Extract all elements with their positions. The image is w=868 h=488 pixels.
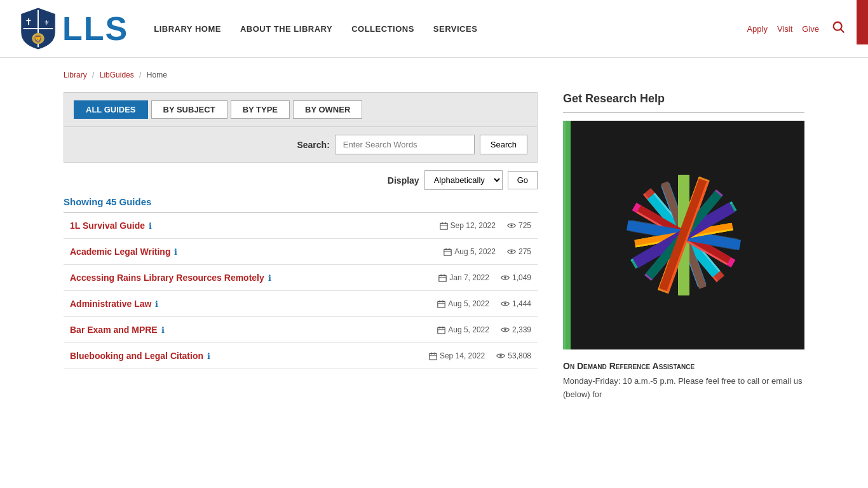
guide-date-1: Sep 12, 2022 — [440, 221, 496, 230]
logo-shield-icon: ✝ ⚜ 🦁 — [19, 6, 57, 51]
info-icon-4[interactable]: ℹ — [155, 299, 158, 309]
svg-rect-18 — [439, 275, 446, 281]
main-content: ALL GUIDES BY SUBJECT BY TYPE BY OWNER S… — [0, 86, 868, 421]
eye-icon — [496, 353, 505, 359]
display-select[interactable]: Alphabetically By Date By Views — [424, 170, 503, 190]
svg-line-7 — [841, 29, 844, 32]
table-row: Accessing Rains Library Resources Remote… — [64, 265, 538, 291]
breadcrumb-area: Library / LibGuides / Home — [0, 58, 868, 86]
nav-about-library[interactable]: ABOUT THE LIBRARY — [240, 24, 332, 34]
breadcrumb-library[interactable]: Library — [64, 71, 87, 79]
guide-title-1[interactable]: 1L Survival Guide — [70, 220, 145, 231]
guide-date-6: Sep 14, 2022 — [429, 351, 485, 360]
guide-views-3: 1,049 — [501, 273, 531, 282]
apply-link[interactable]: Apply — [747, 24, 768, 34]
search-input[interactable] — [335, 135, 475, 154]
info-icon-5[interactable]: ℹ — [161, 325, 165, 335]
go-button[interactable]: Go — [508, 171, 538, 189]
guide-meta-4: Aug 5, 2022 1,444 — [437, 299, 531, 308]
svg-rect-28 — [438, 327, 445, 334]
guide-meta-5: Aug 5, 2022 2,339 — [437, 325, 531, 334]
guide-date-5: Aug 5, 2022 — [437, 325, 489, 334]
guide-meta-2: Aug 5, 2022 275 — [444, 247, 531, 256]
guide-views-5: 2,339 — [501, 325, 531, 334]
svg-rect-23 — [438, 301, 445, 308]
calendar-icon — [429, 352, 437, 360]
nav-library-home[interactable]: LIBRARY HOME — [154, 24, 221, 34]
logo-text: LLS — [62, 12, 128, 45]
books-svg — [563, 121, 804, 349]
table-row: Bar Exam and MPRE ℹ Aug 5, 2022 2,339 — [64, 317, 538, 343]
search-button[interactable]: Search — [480, 135, 527, 154]
tab-by-owner[interactable]: BY OWNER — [293, 100, 362, 119]
sidebar-title: Get Research Help — [563, 92, 804, 113]
guide-meta-3: Jan 7, 2022 1,049 — [438, 273, 531, 282]
info-icon-3[interactable]: ℹ — [268, 273, 271, 283]
site-header: ✝ ⚜ 🦁 LLS LIBRARY HOME ABOUT THE LIBRARY… — [0, 0, 868, 58]
table-row: 1L Survival Guide ℹ Sep 12, 2022 725 — [64, 213, 538, 239]
eye-icon — [501, 274, 510, 281]
visit-link[interactable]: Visit — [777, 24, 792, 34]
guide-title-5[interactable]: Bar Exam and MPRE — [70, 325, 158, 335]
svg-point-27 — [504, 302, 506, 305]
guide-views-4: 1,444 — [501, 299, 531, 308]
main-nav: LIBRARY HOME ABOUT THE LIBRARY COLLECTIO… — [154, 24, 747, 34]
give-link[interactable]: Give — [802, 24, 819, 34]
header-right-links: Apply Visit Give — [747, 20, 849, 37]
svg-rect-67 — [563, 121, 566, 349]
info-icon-6[interactable]: ℹ — [207, 351, 210, 361]
right-panel: Get Research Help — [563, 92, 804, 402]
svg-point-32 — [504, 329, 506, 331]
calendar-icon — [437, 300, 445, 308]
table-row: Administrative Law ℹ Aug 5, 2022 1,444 — [64, 291, 538, 317]
guide-left-5: Bar Exam and MPRE ℹ — [70, 325, 165, 335]
svg-point-22 — [504, 276, 506, 279]
tab-by-type[interactable]: BY TYPE — [231, 100, 290, 119]
svg-point-17 — [510, 250, 513, 253]
guide-list: 1L Survival Guide ℹ Sep 12, 2022 725 — [64, 212, 538, 369]
eye-icon — [501, 301, 510, 307]
guide-left-1: 1L Survival Guide ℹ — [70, 220, 152, 231]
svg-rect-33 — [430, 353, 437, 360]
svg-text:🦁: 🦁 — [34, 35, 43, 43]
svg-point-12 — [510, 224, 513, 227]
showing-guides-count: Showing 45 Guides — [64, 196, 538, 212]
display-label: Display — [388, 175, 419, 186]
svg-rect-13 — [444, 249, 451, 255]
breadcrumb-sep-1: / — [92, 71, 94, 79]
calendar-icon — [437, 326, 445, 334]
svg-text:✝: ✝ — [25, 17, 32, 27]
reference-text: Monday-Friday: 10 a.m.-5 p.m. Please fee… — [563, 375, 804, 402]
guide-date-2: Aug 5, 2022 — [444, 247, 496, 256]
guide-views-6: 53,808 — [496, 351, 531, 360]
tab-all-guides[interactable]: ALL GUIDES — [74, 100, 148, 119]
info-icon-1[interactable]: ℹ — [149, 221, 152, 231]
reference-help: On Demand Reference Assistance Monday-Fr… — [563, 361, 804, 402]
reference-title: On Demand Reference Assistance — [563, 361, 804, 371]
table-row: Bluebooking and Legal Citation ℹ Sep 14,… — [64, 343, 538, 369]
info-icon-2[interactable]: ℹ — [174, 247, 177, 257]
guide-title-3[interactable]: Accessing Rains Library Resources Remote… — [70, 273, 264, 283]
guide-left-3: Accessing Rains Library Resources Remote… — [70, 273, 271, 283]
search-icon-button[interactable] — [829, 20, 849, 37]
tab-by-subject[interactable]: BY SUBJECT — [151, 100, 227, 119]
breadcrumb-libguides[interactable]: LibGuides — [100, 71, 134, 79]
guide-title-2[interactable]: Academic Legal Writing — [70, 247, 170, 257]
guide-title-4[interactable]: Administrative Law — [70, 299, 151, 309]
nav-collections[interactable]: COLLECTIONS — [351, 24, 414, 34]
guide-views-1: 725 — [507, 221, 531, 230]
svg-point-37 — [500, 355, 503, 357]
guide-views-2: 275 — [507, 247, 531, 256]
table-row: Academic Legal Writing ℹ Aug 5, 2022 275 — [64, 239, 538, 265]
logo-link[interactable]: ✝ ⚜ 🦁 LLS — [19, 6, 128, 51]
tabs-bar: ALL GUIDES BY SUBJECT BY TYPE BY OWNER — [64, 92, 538, 126]
guide-left-2: Academic Legal Writing ℹ — [70, 247, 177, 257]
calendar-icon — [440, 222, 448, 230]
search-bar: Search: Search — [64, 126, 538, 163]
breadcrumb-sep-2: / — [139, 71, 141, 79]
svg-text:⚜: ⚜ — [44, 19, 50, 26]
breadcrumb-home: Home — [147, 71, 167, 79]
guide-title-6[interactable]: Bluebooking and Legal Citation — [70, 351, 203, 361]
search-icon — [832, 20, 846, 34]
nav-services[interactable]: SERVICES — [433, 24, 478, 34]
